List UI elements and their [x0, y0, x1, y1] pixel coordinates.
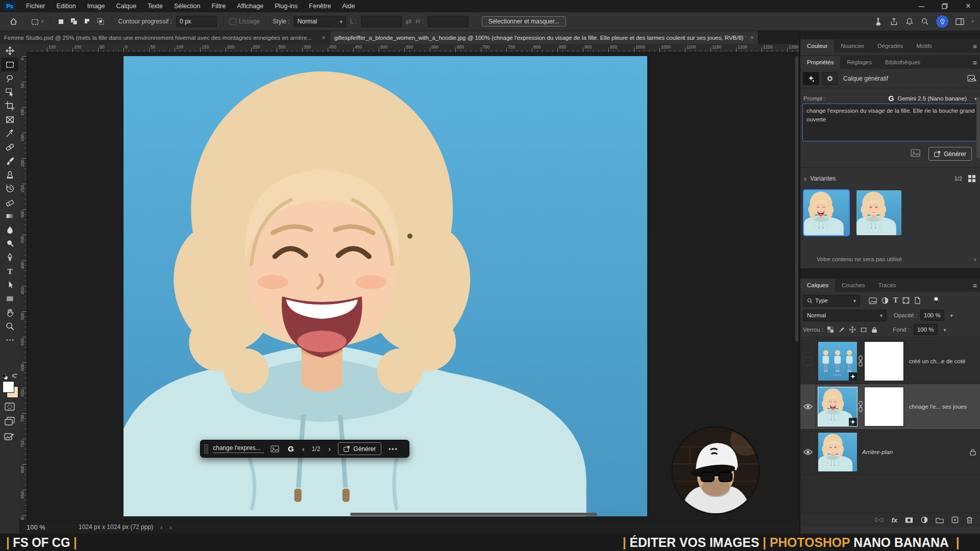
- lock-all-icon[interactable]: [871, 327, 877, 333]
- reference-image-icon[interactable]: [911, 149, 920, 157]
- height-input[interactable]: [428, 16, 469, 27]
- tab-nuancier[interactable]: Nuancier: [834, 40, 871, 53]
- filter-type-icon[interactable]: T: [893, 296, 898, 305]
- default-colors-icon[interactable]: [2, 374, 8, 380]
- tab-couleur[interactable]: Couleur: [800, 40, 834, 53]
- grid-view-icon[interactable]: [968, 175, 976, 183]
- link-layers-icon[interactable]: [875, 517, 884, 522]
- object-selection-tool[interactable]: [1, 85, 18, 99]
- lock-artboard-icon[interactable]: [860, 327, 867, 333]
- new-layer-icon[interactable]: [951, 516, 959, 523]
- panel-menu-icon[interactable]: ≡: [973, 43, 977, 53]
- close-button[interactable]: ×: [957, 0, 980, 12]
- quick-mask-icon[interactable]: [5, 403, 15, 411]
- minimize-button[interactable]: [910, 0, 933, 12]
- filter-adjustment-icon[interactable]: [881, 297, 889, 304]
- menu-fichier[interactable]: Fichier: [20, 3, 51, 10]
- panel-scrollbar[interactable]: [976, 94, 980, 272]
- screen-mode-icon[interactable]: [5, 417, 15, 425]
- previous-variant-icon[interactable]: ‹: [302, 444, 305, 453]
- more-tools[interactable]: [1, 333, 18, 347]
- chevron-down-icon[interactable]: ▾: [940, 327, 946, 333]
- notifications-bell-icon[interactable]: [905, 17, 914, 26]
- tab-motifs[interactable]: Motifs: [910, 40, 939, 53]
- panel-menu-icon[interactable]: ≡: [973, 282, 977, 292]
- move-tool[interactable]: [1, 44, 18, 58]
- filter-shape-icon[interactable]: [902, 297, 910, 304]
- layer-thumbnail[interactable]: [818, 387, 857, 426]
- swap-dimensions-icon[interactable]: ⇄: [406, 17, 412, 26]
- workspace-chevron-icon[interactable]: ▾: [971, 19, 974, 24]
- mask-link-icon[interactable]: [857, 400, 864, 413]
- generative-tool-icon[interactable]: [803, 72, 819, 85]
- hand-tool[interactable]: [1, 306, 18, 319]
- layer-thumbnail[interactable]: [818, 342, 857, 381]
- brush-tool[interactable]: [1, 154, 18, 168]
- variant-thumbnail-1[interactable]: [804, 190, 849, 235]
- new-selection-icon[interactable]: [57, 17, 66, 26]
- collapse-icon[interactable]: ∨: [803, 176, 807, 182]
- smoothing-checkbox[interactable]: [230, 18, 236, 25]
- layer-name[interactable]: Arrière-plan: [862, 449, 893, 455]
- layer-row[interactable]: chnage l'e... ses joues: [800, 384, 980, 430]
- vertical-scrollbar[interactable]: [795, 56, 798, 362]
- document-tab-2[interactable]: gillespfeiffer_a_blonde_women_with_a_hoo…: [330, 31, 758, 44]
- layer-style-icon[interactable]: fx: [891, 516, 897, 524]
- search-icon[interactable]: [921, 17, 929, 26]
- layer-name[interactable]: chnage l'e... ses joues: [909, 404, 967, 410]
- menu-affichage[interactable]: Affichage: [231, 3, 269, 10]
- path-selection-tool[interactable]: [1, 278, 18, 292]
- home-icon[interactable]: [9, 17, 18, 26]
- close-icon[interactable]: ×: [322, 34, 326, 41]
- rectangle-tool[interactable]: [1, 292, 18, 306]
- menu-filtre[interactable]: Filtre: [206, 3, 231, 10]
- tab-proprietes[interactable]: Propriétés: [800, 56, 840, 69]
- status-next-icon[interactable]: ›: [160, 523, 162, 531]
- opacity-value[interactable]: 100 %: [920, 310, 944, 321]
- menu-aide[interactable]: Aide: [336, 3, 360, 10]
- status-prev-icon[interactable]: ‹: [169, 523, 172, 531]
- menu-edition[interactable]: Edition: [51, 3, 82, 10]
- fill-value[interactable]: 100 %: [914, 324, 938, 335]
- layer-name[interactable]: créé un ch...e de coté: [909, 358, 966, 364]
- blend-mode-select[interactable]: Normal▾: [803, 310, 887, 321]
- gradient-tool[interactable]: [1, 209, 18, 223]
- generate-button[interactable]: Générer: [928, 147, 972, 161]
- intersect-selection-icon[interactable]: [96, 17, 106, 26]
- layer-row[interactable]: Arrière-plan: [800, 430, 980, 475]
- beta-flask-icon[interactable]: [874, 17, 883, 26]
- lock-pixels-icon[interactable]: [838, 327, 845, 333]
- workspace-icon[interactable]: [955, 18, 964, 26]
- reference-image-icon[interactable]: [271, 445, 279, 453]
- taskbar-drag-handle[interactable]: [203, 444, 210, 454]
- tab-reglages[interactable]: Réglages: [840, 56, 878, 69]
- mask-mode-icon[interactable]: [822, 72, 838, 85]
- lasso-tool[interactable]: [1, 71, 18, 85]
- crop-tool[interactable]: [1, 99, 18, 113]
- adjustment-layer-icon[interactable]: [921, 516, 928, 523]
- generate-button[interactable]: Générer: [338, 442, 381, 455]
- layer-mask-thumbnail[interactable]: [864, 387, 904, 427]
- menu-image[interactable]: Image: [82, 3, 111, 10]
- visibility-toggle[interactable]: [800, 384, 816, 429]
- variant-thumbnail-2[interactable]: [856, 190, 901, 235]
- marquee-tool[interactable]: [1, 58, 18, 71]
- ai-assistant-bulb-icon[interactable]: [936, 15, 948, 28]
- generative-image-icon[interactable]: [967, 75, 977, 83]
- type-tool[interactable]: T: [1, 264, 18, 278]
- layer-mask-thumbnail[interactable]: [864, 341, 904, 381]
- tab-couches[interactable]: Couches: [835, 279, 871, 292]
- swap-colors-icon[interactable]: [11, 373, 18, 380]
- active-tool-icon[interactable]: ▾: [31, 17, 44, 26]
- zoom-level[interactable]: 100 %: [19, 523, 64, 531]
- mask-link-icon[interactable]: [857, 355, 864, 367]
- menu-slection[interactable]: Sélection: [168, 3, 206, 10]
- select-and-mask-button[interactable]: Sélectionner et masquer...: [482, 16, 566, 27]
- tab-degrades[interactable]: Dégradés: [871, 40, 910, 53]
- feather-input[interactable]: 0 px: [176, 16, 217, 27]
- zoom-tool[interactable]: [1, 319, 18, 333]
- next-variant-icon[interactable]: ›: [328, 444, 331, 453]
- share-icon[interactable]: [890, 17, 898, 26]
- tab-bibliotheques[interactable]: Bibliothèques: [878, 56, 927, 69]
- menu-calque[interactable]: Calque: [111, 3, 142, 10]
